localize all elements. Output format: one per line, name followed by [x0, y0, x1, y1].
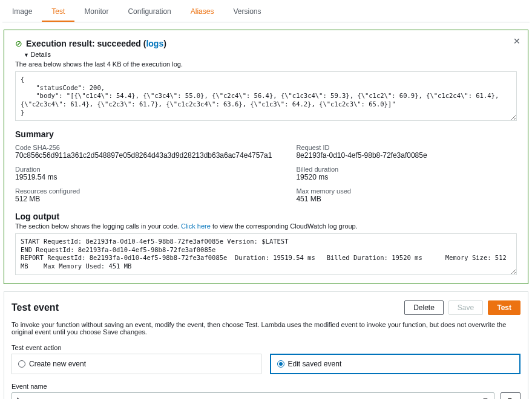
logs-link[interactable]: logs — [146, 39, 163, 48]
billed-duration-value: 19520 ms — [296, 173, 517, 181]
result-title: Execution result: succeeded (logs) — [26, 39, 166, 48]
execution-result-panel: ✕ ⊘ Execution result: succeeded (logs) D… — [4, 30, 528, 284]
refresh-button[interactable]: ⟳ — [501, 392, 521, 399]
request-id-label: Request ID — [296, 144, 517, 151]
radio-icon — [18, 360, 25, 368]
radio-icon — [277, 360, 284, 368]
sha-value: 70c856c56d911a361c2d548897e05d8264d43a3d… — [15, 151, 272, 160]
tab-image[interactable]: Image — [2, 2, 42, 22]
tabs-bar: Image Test Monitor Configuration Aliases… — [2, 2, 530, 22]
summary-heading: Summary — [15, 129, 517, 139]
resources-value: 512 MB — [15, 195, 272, 203]
resources-label: Resources configured — [15, 187, 272, 195]
event-name-label: Event name — [11, 383, 521, 390]
max-memory-label: Max memory used — [296, 187, 517, 195]
log-output-body[interactable]: START RequestId: 8e2193fa-0d10-4ef5-98b8… — [15, 233, 517, 275]
sha-label: Code SHA-256 — [15, 144, 272, 151]
tab-aliases[interactable]: Aliases — [181, 2, 224, 22]
test-event-title: Test event — [11, 302, 59, 313]
close-icon[interactable]: ✕ — [513, 36, 521, 46]
edit-saved-event-radio[interactable]: Edit saved event — [270, 354, 521, 374]
duration-value: 19519.54 ms — [15, 173, 272, 181]
summary-grid: Code SHA-256 70c856c56d911a361c2d548897e… — [15, 144, 517, 203]
log-output-desc: The section below shows the logging call… — [15, 222, 517, 230]
save-button[interactable]: Save — [448, 300, 483, 315]
response-body[interactable]: { "statusCode": 200, "body": "[{\"c1c4\"… — [15, 71, 517, 121]
chevron-down-icon: ▼ — [482, 396, 489, 399]
duration-label: Duration — [15, 166, 272, 173]
execution-log-desc: The area below shows the last 4 KB of th… — [15, 60, 517, 68]
test-event-description: To invoke your function without saving a… — [11, 321, 521, 336]
event-name-select[interactable]: t ▼ — [11, 392, 494, 399]
tab-configuration[interactable]: Configuration — [118, 2, 180, 22]
billed-duration-label: Billed duration — [296, 166, 517, 173]
create-new-event-radio[interactable]: Create new event — [11, 354, 261, 374]
test-button[interactable]: Test — [488, 300, 521, 315]
details-toggle[interactable]: Details — [24, 51, 517, 58]
refresh-icon: ⟳ — [507, 396, 514, 399]
cloudwatch-link[interactable]: Click here — [181, 222, 211, 230]
log-output-heading: Log output — [15, 212, 517, 221]
action-label: Test event action — [11, 344, 521, 351]
delete-button[interactable]: Delete — [404, 300, 444, 315]
request-id-value: 8e2193fa-0d10-4ef5-98b8-72fe3af0085e — [296, 151, 517, 160]
tab-versions[interactable]: Versions — [223, 2, 271, 22]
test-event-panel: Test event Delete Save Test To invoke yo… — [4, 291, 528, 399]
success-check-icon: ⊘ — [15, 39, 22, 48]
tab-monitor[interactable]: Monitor — [74, 2, 118, 22]
tab-test[interactable]: Test — [42, 2, 74, 22]
max-memory-value: 451 MB — [296, 195, 517, 203]
